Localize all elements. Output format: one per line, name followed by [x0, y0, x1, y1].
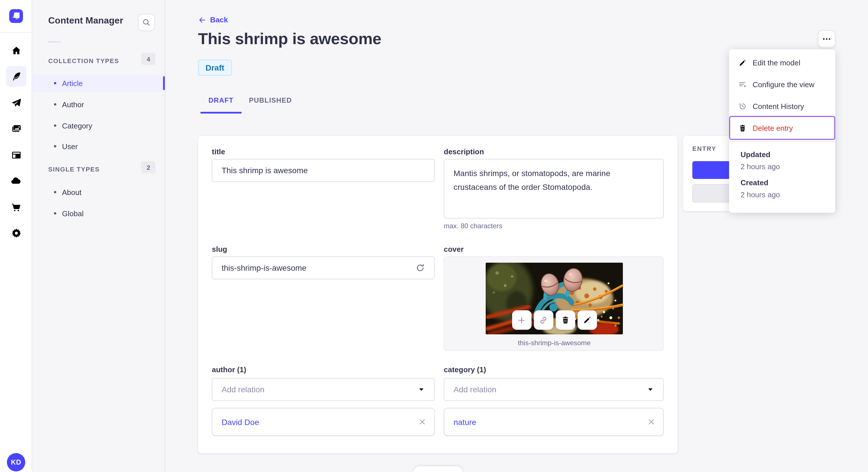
sidebar-item-label: Author — [62, 100, 84, 109]
entry-panel-label: ENTRY — [692, 145, 716, 152]
bottom-floating-pill[interactable] — [414, 466, 462, 472]
slug-input[interactable] — [212, 256, 435, 279]
category-relation-link[interactable]: nature — [454, 417, 476, 427]
single-types-count-badge: 2 — [141, 161, 156, 173]
subnav-divider — [48, 41, 61, 42]
sidebar-item-global[interactable]: Global — [32, 205, 165, 222]
more-options-menu: Edit the model Configure the view Conten… — [729, 49, 835, 213]
author-relation-item: David Doe — [212, 408, 435, 436]
cover-image — [486, 263, 623, 334]
tab-draft[interactable]: DRAFT — [200, 95, 242, 105]
description-textarea[interactable]: Mantis shrimps, or stomatopods, are mari… — [444, 159, 663, 218]
menu-item-content-history[interactable]: Content History — [729, 95, 835, 117]
paper-plane-icon[interactable] — [6, 92, 26, 113]
subnav-title: Content Manager — [48, 15, 123, 26]
cloud-icon[interactable] — [6, 170, 26, 191]
updated-label: Updated — [741, 150, 770, 159]
cart-icon[interactable] — [6, 197, 26, 217]
back-label: Back — [210, 15, 228, 24]
menu-item-edit-the-model[interactable]: Edit the model — [729, 52, 835, 73]
description-field-label: description — [444, 147, 484, 156]
arrow-left-icon — [198, 16, 206, 24]
bullet-icon — [54, 103, 56, 105]
home-icon[interactable] — [6, 40, 26, 61]
sidebar-item-article[interactable]: Article — [32, 74, 165, 92]
menu-item-configure-the-view[interactable]: Configure the view — [729, 73, 835, 95]
created-label: Created — [741, 178, 768, 187]
content-manager-feather-icon[interactable] — [6, 66, 26, 87]
bullet-icon — [54, 212, 56, 214]
pencil-icon — [582, 315, 592, 325]
sidebar-item-category[interactable]: Category — [32, 117, 165, 134]
sidebar-item-label: About — [62, 188, 82, 196]
menu-item-delete-entry[interactable]: Delete entry — [729, 117, 835, 139]
plus-icon — [517, 315, 526, 325]
bullet-icon — [54, 145, 56, 147]
page-title: This shrimp is awesome — [198, 30, 381, 48]
more-options-button[interactable] — [818, 30, 835, 47]
content-manager-subnav: Content Manager COLLECTION TYPES 4 Artic… — [32, 0, 165, 472]
strapi-logo-icon[interactable] — [9, 9, 23, 23]
sidebar-item-label: Global — [62, 209, 84, 217]
back-link[interactable]: Back — [198, 15, 228, 24]
category-field-label: category (1) — [444, 365, 486, 374]
title-field-label: title — [212, 147, 225, 156]
bullet-icon — [54, 191, 56, 193]
search-button[interactable] — [138, 14, 155, 31]
gear-icon[interactable] — [6, 223, 26, 243]
user-avatar[interactable]: KD — [7, 453, 25, 471]
bullet-icon — [54, 82, 56, 84]
menu-item-label: Edit the model — [753, 58, 800, 67]
sidebar-item-user[interactable]: User — [32, 138, 165, 155]
sidebar-item-label: Article — [62, 79, 83, 88]
cover-field-label: cover — [444, 245, 464, 254]
category-add-relation-select[interactable]: Add relation — [444, 378, 663, 401]
menu-item-label: Delete entry — [753, 124, 793, 132]
app-root: KD Content Manager COLLECTION TYPES 4 Ar… — [0, 0, 868, 472]
add-media-button[interactable] — [512, 310, 531, 330]
delete-media-button[interactable] — [555, 310, 575, 330]
author-field-label: author (1) — [212, 365, 246, 374]
rail-divider — [0, 32, 32, 33]
menu-item-label: Configure the view — [753, 80, 814, 89]
cover-filename: this-shrimp-is-awesome — [444, 339, 664, 347]
section-label-collection-types: COLLECTION TYPES — [48, 57, 119, 64]
sidebar-item-about[interactable]: About — [32, 183, 165, 201]
sidebar-item-label: Category — [62, 121, 92, 130]
sidebar-item-author[interactable]: Author — [32, 96, 165, 113]
trash-icon — [561, 315, 570, 325]
remove-author-relation-icon[interactable] — [417, 417, 427, 427]
menu-divider — [729, 141, 835, 142]
more-horizontal-icon — [822, 34, 832, 44]
copy-link-button[interactable] — [534, 310, 553, 330]
author-select-placeholder: Add relation — [222, 385, 265, 394]
menu-item-label: Content History — [753, 102, 804, 110]
author-add-relation-select[interactable]: Add relation — [212, 378, 435, 401]
collection-types-count-badge: 4 — [141, 53, 156, 65]
list-plus-icon — [738, 80, 747, 89]
regenerate-slug-icon[interactable] — [415, 263, 425, 273]
pencil-icon — [738, 58, 747, 67]
link-icon — [538, 315, 548, 325]
updated-value: 2 hours ago — [741, 162, 780, 171]
tab-published[interactable]: PUBLISHED — [246, 95, 294, 105]
author-relation-link[interactable]: David Doe — [222, 417, 259, 427]
active-tab-indicator — [200, 112, 242, 113]
title-input[interactable] — [212, 159, 435, 182]
remove-category-relation-icon[interactable] — [646, 417, 656, 427]
sidebar-item-label: User — [62, 142, 78, 150]
section-label-single-types: SINGLE TYPES — [48, 166, 100, 173]
description-hint: max. 80 characters — [444, 222, 502, 230]
entry-form-card: title description Mantis shrimps, or sto… — [198, 136, 677, 453]
media-library-icon[interactable] — [6, 118, 26, 139]
created-value: 2 hours ago — [741, 191, 780, 199]
slug-field-label: slug — [212, 245, 227, 254]
status-badge: Draft — [198, 60, 231, 76]
history-clock-icon — [738, 102, 747, 110]
category-select-placeholder: Add relation — [454, 385, 496, 394]
bullet-icon — [54, 125, 56, 127]
chevron-down-icon — [646, 385, 655, 394]
trash-icon — [738, 124, 747, 132]
layout-icon[interactable] — [6, 144, 26, 165]
edit-media-button[interactable] — [577, 310, 597, 330]
